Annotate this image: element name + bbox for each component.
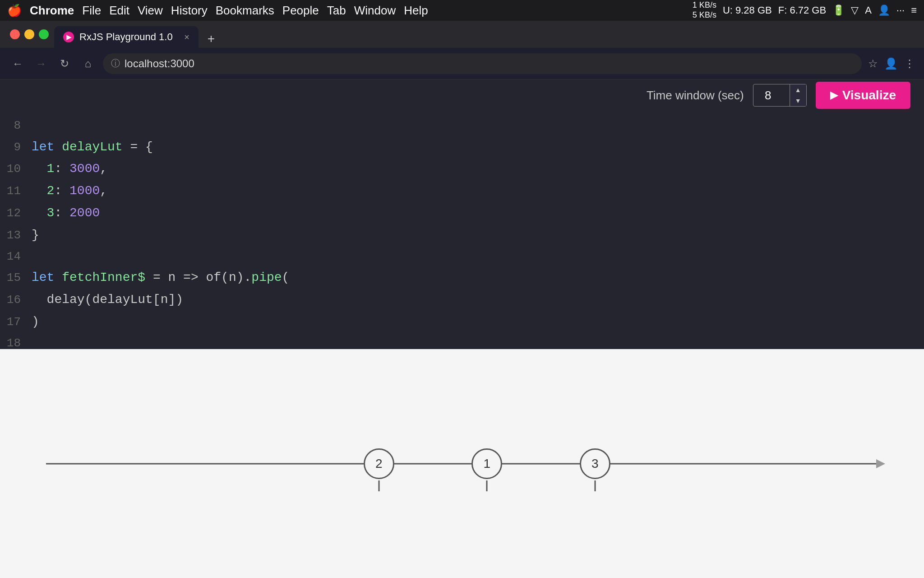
back-button[interactable]: ← [9,55,26,72]
menubar-history[interactable]: History [171,4,208,18]
code-editor[interactable]: 8 9 let delayLut = { 10 1: 3000, 11 2: 1… [0,111,924,349]
menubar-window[interactable]: Window [354,4,396,18]
url-text: localhost:3000 [125,57,194,70]
reload-button[interactable]: ↻ [56,55,73,72]
code-line-9: 9 let delayLut = { [0,136,924,158]
profile-icon: 👤 [878,5,890,16]
menu-icon: ≡ [911,5,917,16]
play-icon: ▶ [830,89,838,101]
spinner-up-button[interactable]: ▲ [790,84,806,95]
timeline-tick-3 [594,480,596,491]
timeline-arrow [876,459,885,468]
disk-stat: 5 KB/s [693,10,716,20]
bookmark-star-icon[interactable]: ☆ [868,57,878,70]
time-window-control[interactable]: ▲ ▼ [753,84,807,107]
timeline-tick-1 [486,480,488,491]
network-stat: 1 KB/s [693,0,716,10]
menubar-chrome[interactable]: Chrome [30,4,74,18]
menubar-tab[interactable]: Tab [327,4,346,18]
event-label-2: 2 [375,457,383,471]
main-content: Time window (sec) ▲ ▼ ▶ Visualize 8 9 le… [0,79,924,578]
tab-title: RxJS Playground 1.0 [79,31,179,43]
menubar-help[interactable]: Help [404,4,428,18]
wifi-icon: ▽ [851,5,859,16]
event-label-3: 3 [591,457,599,471]
timeline-tick-2 [378,480,379,491]
traffic-lights [5,21,54,48]
code-line-14: 14 [0,247,924,267]
close-window-button[interactable] [10,29,20,39]
code-line-11: 11 2: 1000, [0,180,924,202]
memory-free: F: 6.72 GB [778,5,826,16]
addressbar: ← → ↻ ⌂ ⓘ localhost:3000 ☆ 👤 ⋮ [0,48,924,79]
active-tab[interactable]: ▶ RxJS Playground 1.0 × [54,26,199,48]
apple-menu[interactable]: 🍎 [7,4,22,18]
url-bar[interactable]: ⓘ localhost:3000 [103,53,862,74]
spinner-buttons: ▲ ▼ [790,84,806,106]
menubar-bookmarks[interactable]: Bookmarks [216,4,274,18]
event-label-1: 1 [483,457,490,471]
code-line-10: 10 1: 3000, [0,158,924,180]
menubar-view[interactable]: View [138,4,163,18]
menubar-people[interactable]: People [282,4,319,18]
tab-favicon: ▶ [63,32,74,42]
timeline-event-2: 2 [364,448,394,479]
more-icon: ··· [896,5,905,16]
addressbar-right: ☆ 👤 ⋮ [868,57,915,70]
timeline-line [46,463,878,464]
menubar-file[interactable]: File [82,4,101,18]
spinner-down-button[interactable]: ▼ [790,95,806,106]
code-line-15: 15 let fetchInner$ = n => of(n).pipe( [0,267,924,289]
airdrop-icon: A [865,5,872,16]
system-stats: 1 KB/s 5 KB/s [693,0,716,20]
code-line-12: 12 3: 2000 [0,202,924,224]
visualization-area: 2 1 3 [0,349,924,578]
menubar-right: 1 KB/s 5 KB/s U: 9.28 GB F: 6.72 GB 🔋 ▽ … [693,0,917,20]
menubar-edit[interactable]: Edit [109,4,129,18]
code-line-18: 18 [0,333,924,349]
code-line-13: 13 } [0,224,924,247]
chrome-menu-icon[interactable]: ⋮ [904,57,915,70]
memory-used: U: 9.28 GB [723,5,772,16]
home-button[interactable]: ⌂ [79,55,97,72]
tab-close-button[interactable]: × [184,32,189,42]
code-line-8: 8 [0,116,924,136]
profile-avatar-icon[interactable]: 👤 [884,57,898,70]
timeline-event-3: 3 [580,448,610,479]
visualize-button[interactable]: ▶ Visualize [816,82,910,109]
time-window-input[interactable] [753,85,790,106]
code-line-17: 17 ) [0,311,924,333]
security-icon: ⓘ [111,57,120,70]
battery-icon: 🔋 [832,5,845,16]
tabbar: ▶ RxJS Playground 1.0 × + [0,21,924,48]
minimize-window-button[interactable] [24,29,34,39]
time-window-label: Time window (sec) [647,89,744,103]
app-toolbar: Time window (sec) ▲ ▼ ▶ Visualize [0,79,924,111]
fullscreen-window-button[interactable] [39,29,49,39]
code-line-16: 16 delay(delayLut[n]) [0,289,924,311]
new-tab-button[interactable]: + [202,30,220,48]
timeline-event-1: 1 [471,448,502,479]
visualize-label: Visualize [842,88,896,103]
menubar: 🍎 Chrome File Edit View History Bookmark… [0,0,924,21]
forward-button[interactable]: → [32,55,50,72]
